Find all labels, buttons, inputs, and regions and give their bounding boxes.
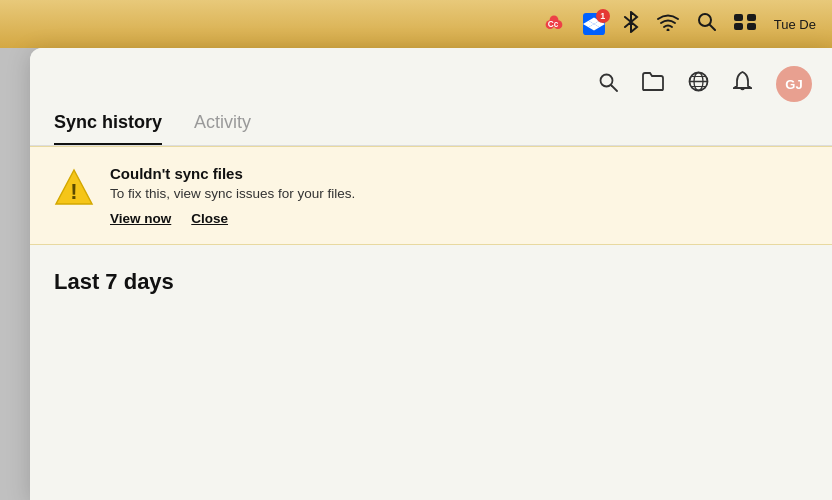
svg-point-9 [666,28,669,31]
tab-activity[interactable]: Activity [194,112,251,145]
svg-text:!: ! [70,179,77,204]
svg-line-11 [710,25,715,30]
alert-description: To fix this, view sync issues for your f… [110,186,808,201]
svg-point-10 [699,14,711,26]
creative-cloud-icon[interactable]: Cc [543,11,565,38]
toolbar-folder-icon[interactable] [642,72,664,96]
bluetooth-icon[interactable] [623,11,639,38]
alert-actions: View now Close [110,211,808,226]
content-area: Last 7 days [30,245,832,500]
toolbar-globe-icon[interactable] [688,71,709,97]
menubar-search-icon[interactable] [697,12,716,36]
svg-rect-12 [734,14,743,21]
dropbox-icon[interactable]: 1 [583,13,605,35]
section-title: Last 7 days [54,269,808,295]
wifi-icon[interactable] [657,13,679,36]
tabs: Sync history Activity [30,112,832,145]
toolbar-bell-icon[interactable] [733,71,752,97]
svg-line-17 [612,85,618,91]
svg-rect-15 [747,23,756,30]
toolbar: GJ [30,48,832,112]
view-now-button[interactable]: View now [110,211,171,226]
toolbar-search-icon[interactable] [598,72,618,97]
avatar[interactable]: GJ [776,66,812,102]
menubar: Cc 1 [0,0,832,48]
dropbox-badge: 1 [596,9,610,23]
alert-title: Couldn't sync files [110,165,808,182]
alert-banner: ! Couldn't sync files To fix this, view … [30,146,832,245]
tab-sync-history[interactable]: Sync history [54,112,162,145]
close-button[interactable]: Close [191,211,228,226]
menubar-time: Tue De [774,17,816,32]
alert-content: Couldn't sync files To fix this, view sy… [110,165,808,226]
main-panel: GJ Sync history Activity ! Couldn't sync… [30,48,832,500]
warning-icon: ! [54,167,94,207]
svg-rect-13 [747,14,756,21]
svg-rect-14 [734,23,743,30]
svg-point-16 [601,74,613,86]
svg-text:Cc: Cc [548,18,559,28]
controlcenter-icon[interactable] [734,14,756,35]
